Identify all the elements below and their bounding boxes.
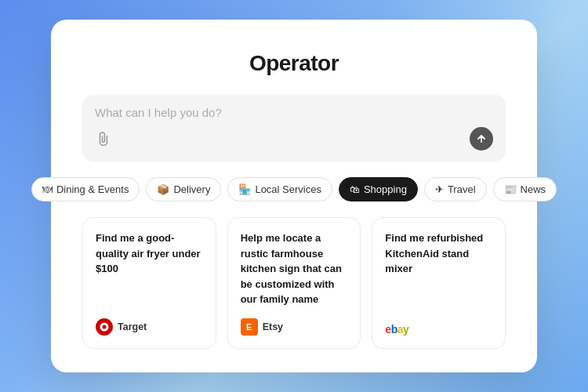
etsy-logo: E xyxy=(241,318,258,336)
search-input[interactable] xyxy=(95,106,493,119)
suggestion-card-ebay[interactable]: Find me refurbished KitchenAid stand mix… xyxy=(372,217,506,349)
suggestion-cards: Find me a good-quality air fryer under $… xyxy=(82,217,506,349)
local-tab-label: Local Services xyxy=(255,183,321,195)
travel-tab-label: Travel xyxy=(448,183,476,195)
card-text-etsy: Help me locate a rustic farmhouse kitche… xyxy=(241,230,348,307)
svg-point-2 xyxy=(103,325,107,328)
suggestion-card-target[interactable]: Find me a good-quality air fryer under $… xyxy=(82,217,216,349)
ebay-logo: ebay xyxy=(385,323,408,336)
search-box xyxy=(82,95,506,162)
tab-news[interactable]: 📰News xyxy=(493,177,557,201)
card-brand-etsy: EEtsy xyxy=(241,318,348,336)
tab-travel[interactable]: ✈Travel xyxy=(424,177,487,201)
shopping-tab-icon: 🛍 xyxy=(350,183,360,195)
card-text-target: Find me a good-quality air fryer under $… xyxy=(96,230,203,307)
app-title: Operator xyxy=(82,51,506,76)
news-tab-label: News xyxy=(521,183,546,195)
attach-icon[interactable] xyxy=(95,131,111,147)
search-footer xyxy=(95,127,493,151)
tab-delivery[interactable]: 📦Delivery xyxy=(146,177,221,201)
tab-dining[interactable]: 🍽Dining & Events xyxy=(31,177,140,201)
tab-local[interactable]: 🏪Local Services xyxy=(227,177,332,201)
delivery-tab-icon: 📦 xyxy=(157,183,169,195)
category-tabs: 🍽Dining & Events📦Delivery🏪Local Services… xyxy=(82,177,506,201)
dining-tab-label: Dining & Events xyxy=(56,183,129,195)
delivery-tab-label: Delivery xyxy=(173,183,210,195)
card-brand-ebay: ebay xyxy=(385,323,492,336)
shopping-tab-label: Shopping xyxy=(364,183,407,195)
card-text-ebay: Find me refurbished KitchenAid stand mix… xyxy=(385,230,492,312)
main-card: Operator 🍽Dining & Events📦Delivery🏪Local… xyxy=(51,20,537,372)
travel-tab-icon: ✈ xyxy=(435,183,444,195)
send-button[interactable] xyxy=(470,127,493,151)
target-label: Target xyxy=(118,321,147,332)
suggestion-card-etsy[interactable]: Help me locate a rustic farmhouse kitche… xyxy=(227,217,361,349)
tab-shopping[interactable]: 🛍Shopping xyxy=(339,177,418,201)
local-tab-icon: 🏪 xyxy=(238,183,251,195)
dining-tab-icon: 🍽 xyxy=(42,183,53,195)
card-brand-target: Target xyxy=(96,318,203,336)
news-tab-icon: 📰 xyxy=(504,183,517,195)
target-logo xyxy=(96,318,113,336)
etsy-label: Etsy xyxy=(263,321,283,332)
